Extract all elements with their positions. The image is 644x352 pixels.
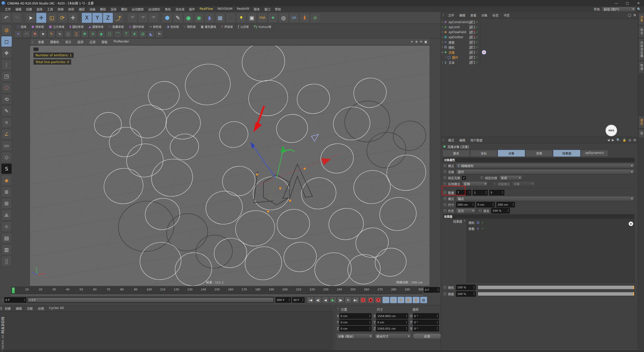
- tab-变换[interactable]: 变换: [526, 150, 553, 157]
- field-button-5[interactable]: ⬭胶囊体域: [106, 24, 126, 29]
- size-mode-dropdown[interactable]: 绝对尺寸▼: [375, 333, 411, 339]
- visibility-dots-icon[interactable]: [474, 51, 475, 54]
- tab-基本[interactable]: 基本: [442, 150, 470, 157]
- lock-icon[interactable]: 🔒: [622, 138, 626, 142]
- convert-editable-button[interactable]: ✥: [1, 48, 12, 58]
- object-row-xpLimit[interactable]: ├⊘xpLimit✓: [441, 25, 638, 30]
- size-z-field[interactable]: 1593.051 cm▴▾: [376, 326, 408, 331]
- sculpt-button[interactable]: ◆: [1, 175, 12, 186]
- side-tab-对象[interactable]: 对象: [638, 13, 644, 25]
- am-menu-item-1[interactable]: 编辑: [457, 138, 468, 142]
- layer-square-icon[interactable]: [469, 40, 473, 44]
- viewport-menu-item-4[interactable]: 过滤: [86, 40, 98, 44]
- menu-item-16[interactable]: 插件: [187, 7, 197, 11]
- enable-check-icon[interactable]: ✓: [476, 35, 478, 39]
- om-menu-item-1[interactable]: 编辑: [457, 13, 468, 17]
- field-button-12[interactable]: ƒ公式域: [235, 24, 251, 29]
- xp-mesh-tool[interactable]: ⬡: [106, 30, 113, 38]
- psr-button[interactable]: PSR: [257, 13, 267, 23]
- tab-对象[interactable]: 对象: [498, 150, 525, 157]
- layer-square-icon[interactable]: [469, 61, 473, 64]
- close-button[interactable]: ✕: [633, 0, 644, 6]
- menu-item-8[interactable]: 动画: [87, 7, 98, 11]
- enable-check-icon[interactable]: ✓: [476, 51, 478, 54]
- visibility-dots-icon[interactable]: [474, 26, 475, 29]
- workplane-button[interactable]: ✎: [1, 106, 12, 116]
- minimize-button[interactable]: —: [611, 0, 622, 6]
- viewport-canvas[interactable]: Number of emitters: 1 Total live particl…: [30, 45, 430, 286]
- viewport-menu-item-6[interactable]: ProRender: [110, 40, 132, 44]
- count-y-field[interactable]: 1▴▾: [473, 190, 488, 195]
- anim-dot-icon[interactable]: [444, 176, 447, 179]
- menu-item-3[interactable]: 选择: [34, 7, 45, 11]
- xp-cluster-tool[interactable]: ✢: [89, 30, 97, 38]
- last-tool[interactable]: ✛: [68, 13, 78, 23]
- field-button-8[interactable]: ◑径向域: [164, 24, 181, 29]
- field-button-9[interactable]: ∴随机域: [181, 24, 198, 29]
- menu-item-20[interactable]: 脚本: [252, 7, 262, 11]
- add-layer-icon[interactable]: ⊞: [633, 13, 636, 17]
- anim-dot-icon[interactable]: [444, 182, 447, 185]
- live-selection-tool[interactable]: ➤: [26, 13, 36, 23]
- xp-circle-points-tool[interactable]: ◌: [64, 30, 72, 38]
- viewport-solo-button[interactable]: ▭: [1, 140, 12, 151]
- loop-button[interactable]: ↻: [345, 297, 352, 303]
- move-tool[interactable]: ✛: [36, 13, 46, 23]
- enable-check-icon[interactable]: ✓: [476, 40, 478, 44]
- tab-效果器[interactable]: 效果器: [553, 150, 580, 157]
- rotation-p-field[interactable]: 0 °▴▾: [413, 320, 439, 325]
- dot-grid-button[interactable]: ⣿: [1, 256, 12, 267]
- search-icon[interactable]: 🔍: [637, 7, 641, 11]
- add-environment-button[interactable]: ▦: [215, 13, 225, 23]
- mograph-target-icon[interactable]: ✜: [482, 50, 486, 55]
- render-picture-viewer-button[interactable]: 🎬: [138, 13, 148, 23]
- current-frame-field[interactable]: 0 F▴▾: [4, 297, 26, 303]
- add-generator-button[interactable]: ●: [183, 13, 193, 23]
- shape-dropdown[interactable]: 立方▼: [456, 208, 476, 213]
- array-mode-dropdown[interactable]: 端点▼: [456, 196, 634, 201]
- enable-check-icon[interactable]: ✓: [476, 20, 478, 24]
- add-volume-button[interactable]: ◗: [205, 13, 215, 23]
- autokey-button[interactable]: ◉: [367, 297, 374, 303]
- xp-spline-points-tool[interactable]: ∿: [56, 30, 64, 38]
- object-row-xpEmitter[interactable]: ├✪xpEmitter✓: [441, 35, 638, 40]
- fps-field[interactable]: 30 F▴▾: [292, 297, 305, 303]
- object-row-xpConstraints[interactable]: ├⚙xpConstraints✓: [441, 20, 638, 25]
- enable-check-icon[interactable]: ✓: [476, 25, 478, 29]
- add-material-button[interactable]: ▣: [247, 13, 257, 23]
- count-x-field[interactable]: 7▴▾: [456, 190, 471, 195]
- track-icon[interactable]: ◎: [628, 138, 631, 142]
- strength-field[interactable]: 100 %▴▾: [456, 291, 476, 297]
- strength-field[interactable]: 100 %▴▾: [456, 285, 476, 290]
- keying-help-button[interactable]: ?: [375, 297, 382, 303]
- object-row-圆环[interactable]: └◯圆环✓: [441, 55, 638, 60]
- add-camera-button[interactable]: 🎥: [226, 13, 236, 23]
- menu-item-19[interactable]: Redshift: [235, 7, 252, 11]
- xp-select-points-tool[interactable]: ➤: [39, 30, 47, 38]
- strength-track[interactable]: [478, 292, 634, 296]
- om-menu-item-5[interactable]: 书签: [501, 13, 512, 17]
- tab-坐标[interactable]: 坐标: [470, 150, 497, 157]
- grid-button[interactable]: ⊞: [1, 198, 12, 209]
- maximize-button[interactable]: ▢: [622, 0, 633, 6]
- back-arrow-icon[interactable]: ◀: [607, 138, 610, 142]
- size-x-field[interactable]: 200 cm▴▾: [456, 202, 475, 207]
- mode-dropdown[interactable]: ⣿网格排列▼: [456, 163, 634, 168]
- rotate-tool[interactable]: ⟳: [57, 13, 67, 23]
- points-mode-button[interactable]: ⋮: [1, 59, 12, 70]
- anim-dot-icon[interactable]: [444, 286, 447, 289]
- edges-mode-button[interactable]: ◳: [1, 71, 12, 81]
- size-y-field[interactable]: 0 cm▴▾: [476, 202, 495, 207]
- redo-button[interactable]: ↷: [12, 13, 22, 23]
- am-menu-item-0[interactable]: 模式: [446, 138, 457, 142]
- pyramid-button[interactable]: ⟁: [1, 210, 12, 220]
- tab-xpDynamics[interactable]: xpDynamics: [581, 150, 608, 157]
- xp-trail-tool[interactable]: ⌒: [114, 30, 122, 38]
- visibility-dots-icon[interactable]: [474, 21, 475, 24]
- material-menu-item-4[interactable]: Cycles 4D: [47, 306, 67, 311]
- om-menu-item-0[interactable]: 文件: [446, 13, 457, 17]
- xp-emitter-tool[interactable]: ❋: [81, 30, 89, 38]
- goto-start-button[interactable]: |◀: [307, 297, 314, 303]
- axis-mode-button[interactable]: ⟲: [1, 94, 12, 105]
- fix-clone-checkbox[interactable]: ✓: [462, 176, 466, 180]
